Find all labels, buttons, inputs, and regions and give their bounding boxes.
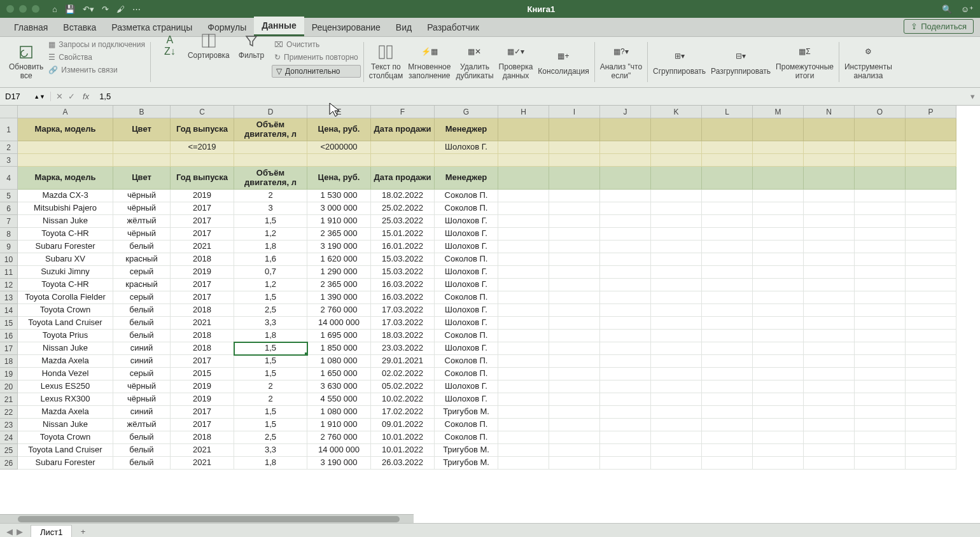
cell[interactable]: 2019 bbox=[171, 190, 234, 202]
cell[interactable] bbox=[600, 419, 651, 431]
col-header-D[interactable]: D bbox=[234, 106, 307, 118]
cell[interactable]: Марка, модель bbox=[18, 167, 113, 190]
cell[interactable]: Цена, руб. bbox=[307, 167, 371, 190]
subtotal-button[interactable]: ▦ΣПромежуточные итоги bbox=[773, 39, 836, 85]
cell[interactable] bbox=[498, 154, 549, 167]
col-header-O[interactable]: O bbox=[855, 106, 906, 118]
cell[interactable]: 1 080 000 bbox=[307, 406, 371, 419]
cell[interactable] bbox=[753, 190, 804, 202]
cell[interactable]: жёлтый bbox=[113, 419, 171, 431]
cell[interactable]: 2017 bbox=[171, 279, 234, 291]
cell[interactable] bbox=[498, 141, 549, 154]
cell[interactable] bbox=[651, 291, 702, 304]
cell[interactable]: Соколов П. bbox=[435, 368, 498, 380]
fx-icon[interactable]: fx bbox=[83, 92, 89, 101]
ungroup-button[interactable]: ⊟▾Разгруппировать bbox=[708, 39, 773, 85]
cell[interactable]: Nissan Juke bbox=[18, 342, 113, 355]
cell[interactable]: 1,5 bbox=[234, 291, 307, 304]
cell[interactable] bbox=[498, 304, 549, 317]
cell[interactable]: красный bbox=[113, 253, 171, 266]
cell[interactable]: 1,5 bbox=[234, 406, 307, 419]
cell[interactable] bbox=[651, 279, 702, 291]
cell[interactable]: 2018 bbox=[171, 342, 234, 355]
cell[interactable]: Toyota Land Cruiser bbox=[18, 317, 113, 330]
cell[interactable] bbox=[753, 304, 804, 317]
cell[interactable] bbox=[855, 330, 906, 342]
cell[interactable]: 25.03.2022 bbox=[371, 215, 435, 228]
cell[interactable] bbox=[906, 241, 956, 253]
cell[interactable] bbox=[651, 266, 702, 279]
cell[interactable] bbox=[600, 241, 651, 253]
row-header[interactable]: 17 bbox=[0, 342, 18, 355]
cell[interactable]: синий bbox=[113, 355, 171, 368]
brush-icon[interactable]: 🖌 bbox=[116, 4, 125, 14]
cell[interactable]: белый bbox=[113, 317, 171, 330]
row-header[interactable]: 21 bbox=[0, 393, 18, 406]
cell[interactable]: 2017 bbox=[171, 406, 234, 419]
cell[interactable] bbox=[600, 202, 651, 215]
cell[interactable] bbox=[804, 342, 855, 355]
cell[interactable]: 29.01.2021 bbox=[371, 355, 435, 368]
sort-button[interactable]: Сортировка bbox=[185, 31, 232, 62]
cell[interactable] bbox=[753, 342, 804, 355]
tab-главная[interactable]: Главная bbox=[6, 18, 55, 36]
row-header[interactable]: 23 bbox=[0, 419, 18, 431]
cell[interactable]: 4 550 000 bbox=[307, 393, 371, 406]
cell[interactable] bbox=[906, 393, 956, 406]
cell[interactable] bbox=[651, 167, 702, 190]
cell[interactable]: Марка, модель bbox=[18, 118, 113, 141]
cell[interactable] bbox=[651, 380, 702, 393]
cell[interactable] bbox=[498, 419, 549, 431]
cell[interactable] bbox=[702, 154, 753, 167]
cell[interactable] bbox=[906, 215, 956, 228]
cell[interactable]: Suzuki Jimny bbox=[18, 266, 113, 279]
cell[interactable] bbox=[702, 253, 753, 266]
col-header-F[interactable]: F bbox=[371, 106, 435, 118]
cell[interactable] bbox=[651, 118, 702, 141]
cell[interactable] bbox=[855, 304, 906, 317]
cell[interactable] bbox=[855, 431, 906, 444]
cell[interactable] bbox=[600, 406, 651, 419]
cells[interactable]: Марка, модельЦветГод выпускаОбъём двигат… bbox=[18, 118, 956, 470]
cell[interactable] bbox=[753, 202, 804, 215]
cell[interactable] bbox=[600, 228, 651, 241]
cell[interactable]: Mazda Axela bbox=[18, 355, 113, 368]
cell[interactable] bbox=[702, 291, 753, 304]
cell[interactable]: белый bbox=[113, 431, 171, 444]
cell[interactable]: Subaru XV bbox=[18, 253, 113, 266]
cell[interactable]: синий bbox=[113, 406, 171, 419]
prev-sheet-icon[interactable]: ◀ bbox=[6, 527, 13, 536]
cell[interactable]: 1,5 bbox=[234, 342, 307, 355]
row-header[interactable]: 24 bbox=[0, 431, 18, 444]
whatif-button[interactable]: ▦?▾Анализ "что если" bbox=[598, 39, 645, 85]
cell[interactable]: 3 190 000 bbox=[307, 241, 371, 253]
cell[interactable] bbox=[498, 431, 549, 444]
cell[interactable] bbox=[906, 202, 956, 215]
cell[interactable]: 3 630 000 bbox=[307, 380, 371, 393]
cell[interactable] bbox=[753, 457, 804, 470]
cell[interactable] bbox=[498, 457, 549, 470]
cell[interactable] bbox=[804, 304, 855, 317]
cell[interactable]: 0,7 bbox=[234, 266, 307, 279]
cell[interactable]: Шолохов Г. bbox=[435, 393, 498, 406]
cell[interactable]: 1 080 000 bbox=[307, 355, 371, 368]
cell[interactable] bbox=[804, 154, 855, 167]
cell[interactable] bbox=[753, 419, 804, 431]
cell[interactable]: 15.03.2022 bbox=[371, 266, 435, 279]
cell[interactable] bbox=[855, 241, 906, 253]
cell[interactable]: Тригубов М. bbox=[435, 457, 498, 470]
cell[interactable]: синий bbox=[113, 342, 171, 355]
cell[interactable] bbox=[702, 304, 753, 317]
cell[interactable] bbox=[435, 154, 498, 167]
row-header[interactable]: 4 bbox=[0, 167, 18, 190]
cell[interactable]: 3,3 bbox=[234, 317, 307, 330]
cell[interactable] bbox=[307, 154, 371, 167]
cell[interactable]: 2018 bbox=[171, 304, 234, 317]
cell[interactable] bbox=[855, 444, 906, 457]
cell[interactable] bbox=[498, 355, 549, 368]
cell[interactable]: 2 760 000 bbox=[307, 304, 371, 317]
cell[interactable]: белый bbox=[113, 444, 171, 457]
cell[interactable] bbox=[906, 368, 956, 380]
cell[interactable]: белый bbox=[113, 304, 171, 317]
cell[interactable]: 1,2 bbox=[234, 228, 307, 241]
